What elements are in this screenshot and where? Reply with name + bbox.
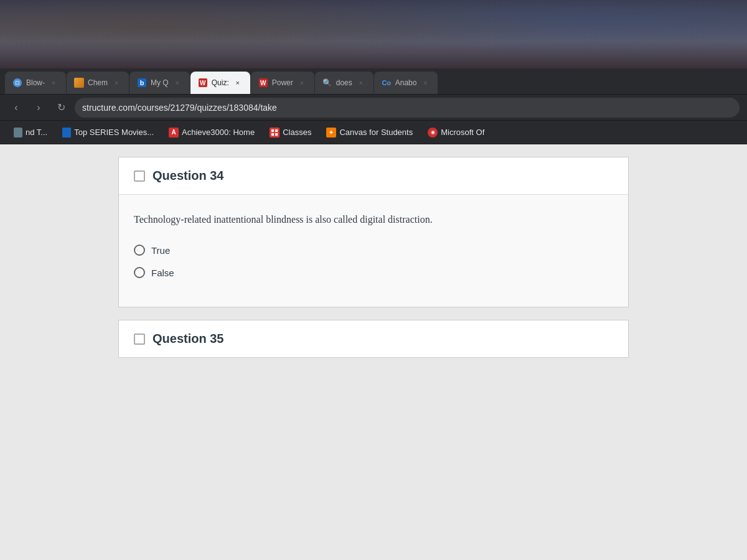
tab-blow-close[interactable]: × bbox=[49, 78, 59, 88]
bookmark-canvas[interactable]: ✦ Canvas for Students bbox=[320, 125, 419, 140]
tab-blow-label: Blow- bbox=[26, 78, 45, 87]
b-icon: b bbox=[137, 78, 147, 88]
bookmark-top-series-label: Top SERIES Movies... bbox=[74, 128, 154, 137]
question-34-header: Question 34 bbox=[119, 157, 628, 195]
tab-quiz-label: Quiz: bbox=[212, 78, 229, 87]
doc2-icon bbox=[62, 128, 71, 138]
w-icon: W bbox=[198, 78, 208, 88]
canvas-icon: ✦ bbox=[326, 128, 336, 138]
bookmark-top-series[interactable]: Top SERIES Movies... bbox=[56, 125, 160, 140]
tab-quiz[interactable]: W Quiz: × bbox=[190, 72, 250, 94]
question-34-body: Technology-related inattentional blindne… bbox=[119, 195, 628, 307]
bookmark-achieve[interactable]: A Achieve3000: Home bbox=[162, 125, 261, 140]
answer-false[interactable]: False bbox=[134, 267, 613, 278]
radio-false[interactable] bbox=[134, 267, 145, 278]
answer-false-label: False bbox=[151, 268, 174, 278]
tab-anabo-label: Anabo bbox=[395, 78, 417, 87]
bookmark-microsoft[interactable]: ◉ Microsoft Of bbox=[421, 125, 491, 140]
main-content: Question 34 Technology-related inattenti… bbox=[0, 144, 747, 560]
tab-quiz-close[interactable]: × bbox=[233, 78, 243, 88]
forward-button[interactable]: › bbox=[30, 99, 47, 116]
bookmark-canvas-label: Canvas for Students bbox=[339, 128, 413, 137]
question-34-title: Question 34 bbox=[134, 169, 613, 183]
tab-myq-close[interactable]: × bbox=[172, 78, 182, 88]
back-button[interactable]: ‹ bbox=[7, 99, 25, 116]
question-34-block: Question 34 Technology-related inattenti… bbox=[118, 157, 629, 307]
svg-rect-1 bbox=[275, 129, 278, 132]
tab-anabo-close[interactable]: × bbox=[420, 78, 430, 88]
svg-rect-3 bbox=[275, 133, 278, 136]
svg-rect-0 bbox=[271, 129, 274, 132]
co-icon: Co bbox=[382, 78, 392, 88]
bookmark-nd-t[interactable]: nd T... bbox=[7, 125, 54, 140]
ms-icon: ◉ bbox=[428, 128, 438, 138]
tab-does-close[interactable]: × bbox=[356, 78, 366, 88]
search-icon: 🔍 bbox=[322, 78, 332, 88]
bookmark-microsoft-label: Microsoft Of bbox=[441, 128, 484, 137]
url-text: structure.com/courses/21279/quizzes/1830… bbox=[82, 103, 277, 113]
chem-icon bbox=[74, 78, 84, 88]
radio-true[interactable] bbox=[134, 245, 145, 256]
w2-icon: W bbox=[258, 78, 268, 88]
bookmark-nd-t-label: nd T... bbox=[26, 128, 47, 137]
quiz-container: Question 34 Technology-related inattenti… bbox=[93, 157, 654, 560]
tab-chem-close[interactable]: × bbox=[111, 78, 121, 88]
bookmark-classes[interactable]: Classes bbox=[263, 125, 317, 140]
doc-icon bbox=[14, 128, 22, 138]
address-bar: ‹ › ↻ structure.com/courses/21279/quizze… bbox=[0, 95, 747, 121]
tab-myq-label: My Q bbox=[151, 78, 169, 87]
question-35-block: Question 35 bbox=[118, 320, 629, 358]
tab-power-label: Power bbox=[272, 78, 293, 87]
tab-blow[interactable]: ⊡ Blow- × bbox=[5, 72, 66, 94]
question-34-text: Technology-related inattentional blindne… bbox=[134, 212, 613, 227]
tab-myq[interactable]: b My Q × bbox=[129, 72, 190, 94]
tab-chem-label: Chem bbox=[88, 78, 108, 87]
tab-does-label: does bbox=[336, 78, 352, 87]
classes-icon bbox=[270, 128, 280, 138]
answer-true[interactable]: True bbox=[134, 245, 613, 256]
physical-background bbox=[0, 0, 747, 68]
tab-power-close[interactable]: × bbox=[297, 78, 307, 88]
question-34-title-text: Question 34 bbox=[153, 169, 223, 183]
tab-chem[interactable]: Chem × bbox=[67, 72, 129, 94]
svg-rect-2 bbox=[271, 133, 274, 136]
blow-icon: ⊡ bbox=[12, 78, 22, 88]
question-34-checkbox[interactable] bbox=[134, 170, 145, 182]
tab-anabo[interactable]: Co Anabo × bbox=[374, 72, 438, 94]
answer-true-label: True bbox=[151, 245, 170, 256]
reload-button[interactable]: ↻ bbox=[52, 99, 70, 116]
achieve-icon: A bbox=[169, 128, 179, 138]
question-35-title-text: Question 35 bbox=[153, 332, 223, 346]
bookmark-achieve-label: Achieve3000: Home bbox=[182, 128, 255, 137]
tab-does[interactable]: 🔍 does × bbox=[315, 72, 374, 94]
browser-window: ⊡ Blow- × Chem × b My Q × W Quiz: × bbox=[0, 68, 747, 560]
question-35-title: Question 35 bbox=[134, 332, 613, 346]
tab-power[interactable]: W Power × bbox=[251, 72, 314, 94]
question-35-checkbox[interactable] bbox=[134, 334, 145, 345]
bookmarks-bar: nd T... Top SERIES Movies... A Achieve30… bbox=[0, 121, 747, 144]
url-bar[interactable]: structure.com/courses/21279/quizzes/1830… bbox=[75, 98, 740, 118]
bookmark-classes-label: Classes bbox=[283, 128, 311, 137]
tab-bar: ⊡ Blow- × Chem × b My Q × W Quiz: × bbox=[0, 68, 747, 95]
